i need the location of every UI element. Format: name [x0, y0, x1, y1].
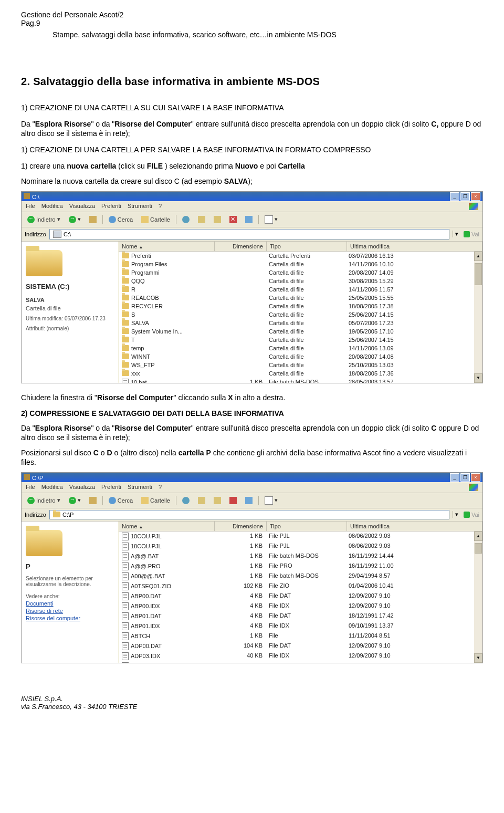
menu-favorites[interactable]: Preferiti: [101, 203, 121, 210]
maximize-button[interactable]: ❐: [460, 473, 470, 482]
table-row[interactable]: 10COU.PJL1 KBFile PJL08/06/2002 9.03: [119, 531, 482, 541]
list-body[interactable]: 10COU.PJL1 KBFile PJL08/06/2002 9.0318CO…: [119, 531, 482, 663]
table-row[interactable]: 10.bat1 KBFile batch MS-DOS28/05/2003 13…: [119, 378, 482, 383]
go-button[interactable]: Vai: [464, 512, 479, 518]
table-row[interactable]: ABTCH1 KBFile11/11/2004 8.51: [119, 631, 482, 641]
table-row[interactable]: 18COU.PJL1 KBFile PJL08/06/2002 9.03: [119, 541, 482, 551]
history-button[interactable]: [180, 214, 192, 225]
table-row[interactable]: ADP03.IDX40 KBFile IDX12/09/2007 9.10: [119, 651, 482, 661]
undo-button[interactable]: [243, 214, 255, 225]
table-row[interactable]: REALCOBCartella di file25/05/2005 15.55: [119, 294, 482, 302]
vertical-scrollbar[interactable]: ▲ ▼: [474, 531, 482, 663]
col-name[interactable]: Nome ▲: [119, 242, 215, 251]
menu-help[interactable]: ?: [159, 203, 162, 210]
table-row[interactable]: AINIT.P1 KBFile P09/10/1991 12.09: [119, 661, 482, 663]
forward-button[interactable]: ▾: [66, 214, 83, 225]
scroll-up-button[interactable]: ▲: [474, 252, 482, 261]
address-field[interactable]: C:\P: [49, 510, 449, 519]
col-type[interactable]: Tipo: [267, 522, 347, 531]
go-button[interactable]: Vai: [464, 231, 479, 237]
folders-button[interactable]: Cartelle: [139, 495, 173, 506]
move-button[interactable]: [195, 214, 208, 225]
list-body[interactable]: PreferitiCartella Preferiti03/07/2006 16…: [119, 252, 482, 383]
table-row[interactable]: WINNTCartella di file20/08/2007 14.08: [119, 352, 482, 361]
menu-tools[interactable]: Strumenti: [128, 484, 152, 491]
titlebar[interactable]: C:\P _ ❐ ×: [22, 473, 482, 482]
delete-button[interactable]: ✕: [227, 214, 239, 225]
col-type[interactable]: Tipo: [267, 242, 347, 251]
maximize-button[interactable]: ❐: [460, 192, 470, 201]
up-button[interactable]: [87, 214, 99, 225]
table-row[interactable]: WS_FTPCartella di file25/10/2005 13.03: [119, 361, 482, 369]
table-row[interactable]: System Volume In...Cartella di file19/05…: [119, 327, 482, 336]
move-button[interactable]: [195, 495, 208, 506]
titlebar[interactable]: C:\ _ ❐ ×: [22, 192, 482, 201]
menu-view[interactable]: Visualizza: [69, 203, 95, 210]
menu-tools[interactable]: Strumenti: [128, 203, 152, 210]
forward-button[interactable]: ▾: [66, 495, 83, 506]
table-row[interactable]: A@@.BAT1 KBFile batch MS-DOS16/11/1992 1…: [119, 551, 482, 561]
scroll-thumb[interactable]: [475, 543, 482, 554]
menu-help[interactable]: ?: [159, 484, 162, 491]
link-documents[interactable]: Documenti: [26, 600, 54, 607]
back-button[interactable]: Indietro ▾: [25, 214, 63, 225]
copy-button[interactable]: [211, 495, 224, 506]
scroll-up-button[interactable]: ▲: [474, 531, 482, 541]
scroll-down-button[interactable]: ▼: [474, 653, 482, 663]
col-date[interactable]: Ultima modifica: [347, 522, 482, 531]
table-row[interactable]: A@@.PRO1 KBFile PRO16/11/1992 11.00: [119, 561, 482, 571]
scroll-track[interactable]: [474, 261, 482, 373]
table-row[interactable]: Program FilesCartella di file14/11/2006 …: [119, 260, 482, 268]
table-row[interactable]: tempCartella di file14/11/2006 13.09: [119, 344, 482, 352]
table-row[interactable]: ABP00.IDX4 KBFile IDX12/09/2007 9.10: [119, 601, 482, 611]
scroll-down-button[interactable]: ▼: [474, 373, 482, 383]
scroll-track[interactable]: [474, 541, 482, 653]
table-row[interactable]: ABP01.DAT4 KBFile DAT18/12/1991 17.42: [119, 611, 482, 621]
folders-button[interactable]: Cartelle: [139, 214, 173, 225]
close-button[interactable]: ×: [471, 192, 480, 201]
address-field[interactable]: C:\: [49, 229, 449, 239]
close-button[interactable]: ×: [471, 473, 480, 482]
menu-file[interactable]: File: [26, 203, 35, 210]
address-dropdown[interactable]: ▾: [453, 231, 460, 237]
table-row[interactable]: ABP00.DAT4 KBFile DAT12/09/2007 9.10: [119, 591, 482, 601]
table-row[interactable]: RECYCLERCartella di file18/08/2005 17.38: [119, 302, 482, 310]
menu-edit[interactable]: Modifica: [41, 484, 63, 491]
link-mycomputer[interactable]: Risorse del computer: [26, 615, 80, 621]
minimize-button[interactable]: _: [450, 192, 459, 201]
col-date[interactable]: Ultima modifica: [347, 242, 482, 251]
table-row[interactable]: TCartella di file25/06/2007 14.15: [119, 336, 482, 344]
scroll-thumb[interactable]: [475, 263, 482, 285]
back-button[interactable]: Indietro ▾: [25, 495, 63, 506]
copy-button[interactable]: [211, 214, 224, 225]
table-row[interactable]: A0TSEQ01.ZIO102 KBFile ZIO01/04/2006 10.…: [119, 581, 482, 591]
menu-file[interactable]: File: [26, 484, 35, 491]
history-button[interactable]: [180, 495, 192, 506]
minimize-button[interactable]: _: [450, 473, 459, 482]
up-button[interactable]: [87, 495, 99, 506]
table-row[interactable]: ProgrammiCartella di file20/08/2007 14.0…: [119, 268, 482, 277]
col-size[interactable]: Dimensione: [215, 242, 267, 251]
menu-favorites[interactable]: Preferiti: [101, 484, 121, 491]
table-row[interactable]: SCartella di file25/06/2007 14.15: [119, 310, 482, 319]
table-row[interactable]: ABP01.IDX4 KBFile IDX09/10/1991 13.37: [119, 621, 482, 631]
undo-button[interactable]: [243, 495, 255, 506]
views-button[interactable]: ▾: [262, 495, 280, 506]
link-network[interactable]: Risorse di rete: [26, 608, 63, 614]
table-row[interactable]: ADP00.DAT104 KBFile DAT12/09/2007 9.10: [119, 641, 482, 651]
col-size[interactable]: Dimensione: [215, 522, 267, 531]
menu-edit[interactable]: Modifica: [41, 203, 63, 210]
table-row[interactable]: PreferitiCartella Preferiti03/07/2006 16…: [119, 252, 482, 260]
delete-button[interactable]: [227, 495, 239, 506]
search-button[interactable]: Cerca: [106, 214, 135, 225]
menu-view[interactable]: Visualizza: [69, 484, 95, 491]
col-name[interactable]: Nome ▲: [119, 522, 215, 531]
vertical-scrollbar[interactable]: ▲ ▼: [474, 252, 482, 383]
address-dropdown[interactable]: ▾: [453, 511, 460, 518]
table-row[interactable]: SALVACartella di file05/07/2006 17.23: [119, 319, 482, 327]
views-button[interactable]: ▾: [262, 214, 280, 225]
table-row[interactable]: QQQCartella di file30/08/2005 15.29: [119, 277, 482, 285]
search-button[interactable]: Cerca: [106, 495, 135, 506]
table-row[interactable]: A00@@.BAT1 KBFile batch MS-DOS29/04/1994…: [119, 571, 482, 581]
table-row[interactable]: xxxCartella di file18/08/2005 17.36: [119, 369, 482, 378]
